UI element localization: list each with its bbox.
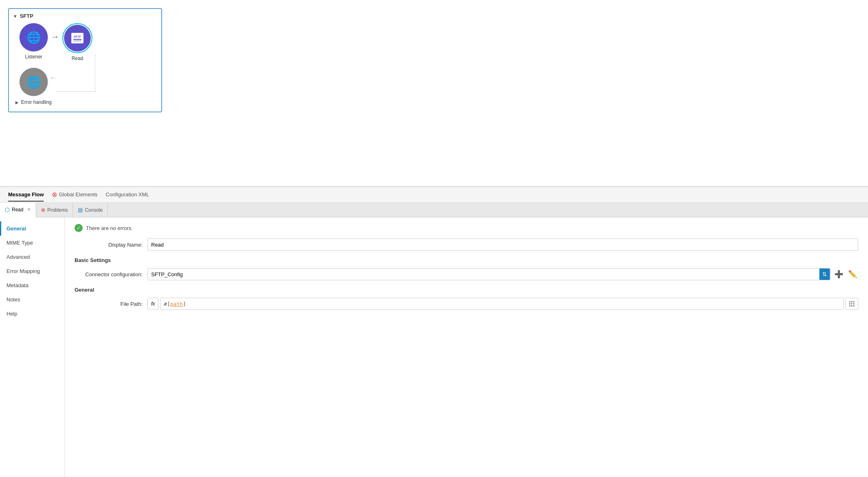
file-path-display[interactable]: #[ path ]: [160, 298, 844, 310]
sftp-text: SFTP: [74, 35, 81, 38]
svg-point-0: [849, 301, 851, 303]
sidebar-item-error-mapping[interactable]: Error Mapping: [0, 264, 64, 278]
add-config-button[interactable]: ➕: [833, 269, 844, 280]
panel-tabs-row: ⬡ Read ✕ ⊗ Problems ▤ Console: [0, 203, 868, 217]
read-tab-close[interactable]: ✕: [27, 207, 31, 212]
read-label: Read: [72, 56, 83, 61]
scatter-icon: [848, 300, 855, 307]
bottom-panel: General MIME Type Advanced Error Mapping…: [0, 217, 868, 477]
canvas-area: ▼ SFTP 🌐 Listener →: [0, 0, 868, 187]
general-section-title: General: [75, 287, 858, 293]
lower-globe-circle[interactable]: 🌐: [19, 68, 48, 96]
lower-globe-icon: 🌐: [27, 75, 41, 89]
sidebar: General MIME Type Advanced Error Mapping…: [0, 217, 65, 477]
file-path-label: File Path:: [75, 301, 148, 307]
flow-container: ▼ SFTP 🌐 Listener →: [8, 8, 162, 112]
tab-configuration-xml[interactable]: Configuration XML: [106, 188, 150, 202]
globe-icon: 🌐: [27, 31, 41, 44]
error-handling-row[interactable]: ▶ Error handling: [13, 96, 157, 105]
path-prefix: #[: [164, 301, 170, 307]
read-tab-icon: ⬡: [5, 206, 10, 213]
edit-icon: ✏️: [848, 270, 857, 279]
sidebar-item-help[interactable]: Help: [0, 307, 64, 321]
tab-bar: Message Flow ⊗ Global Elements Configura…: [0, 187, 868, 203]
plus-icon: ➕: [834, 270, 843, 279]
arrow-right: →: [51, 32, 59, 41]
svg-point-5: [853, 303, 855, 305]
tab-console[interactable]: ▤ Console: [73, 203, 108, 217]
svg-point-6: [849, 305, 851, 307]
sidebar-item-advanced[interactable]: Advanced: [0, 250, 64, 264]
svg-point-7: [851, 305, 853, 307]
problems-tab-icon: ⊗: [41, 207, 45, 213]
sidebar-item-metadata[interactable]: Metadata: [0, 278, 64, 292]
sidebar-item-mime-type[interactable]: MIME Type: [0, 236, 64, 250]
bottom-wrapper: ⬡ Read ✕ ⊗ Problems ▤ Console General: [0, 203, 868, 477]
connector-select[interactable]: SFTP_Config: [148, 268, 831, 280]
read-node[interactable]: SFTP Read: [62, 23, 92, 61]
listener-circle[interactable]: 🌐: [19, 23, 48, 52]
tab-read[interactable]: ⬡ Read ✕: [0, 203, 36, 217]
flow-title: ▼ SFTP: [13, 13, 157, 19]
error-arrow-icon: ▶: [15, 100, 19, 105]
fx-button[interactable]: fx: [148, 298, 158, 310]
connector-select-wrap: SFTP_Config ⇅: [148, 268, 831, 280]
connector-config-label: Connector configuration:: [75, 271, 148, 277]
display-name-row: Display Name:: [75, 238, 858, 251]
global-elements-error-icon: ⊗: [52, 191, 57, 198]
svg-point-1: [851, 301, 853, 303]
main-content-area: ✓ There are no errors. Display Name: Bas…: [65, 217, 868, 477]
path-suffix: ]: [183, 301, 186, 307]
file-path-row: File Path: fx #[ path ]: [75, 298, 858, 310]
connector-config-row: Connector configuration: SFTP_Config ⇅ ➕: [75, 268, 858, 280]
lower-globe-node[interactable]: 🌐: [19, 68, 48, 96]
flow-title-arrow: ▼: [13, 14, 17, 19]
read-circle-outer[interactable]: SFTP: [62, 23, 92, 53]
status-icon: ✓: [75, 224, 83, 232]
error-handling-label: Error handling: [21, 99, 51, 105]
status-bar: ✓ There are no errors.: [75, 224, 858, 232]
basic-settings-title: Basic Settings: [75, 257, 858, 263]
listener-label: Listener: [25, 54, 43, 60]
status-message: There are no errors.: [86, 225, 133, 231]
edit-config-button[interactable]: ✏️: [847, 269, 858, 280]
svg-point-8: [853, 305, 855, 307]
svg-point-2: [853, 301, 855, 303]
listener-node[interactable]: 🌐 Listener: [19, 23, 48, 60]
dashed-line-vertical: [95, 55, 95, 91]
fx-text: fx: [151, 301, 155, 307]
tab-global-elements[interactable]: ⊗ Global Elements: [52, 187, 97, 202]
main-container: ▼ SFTP 🌐 Listener →: [0, 0, 868, 477]
dashed-line-horizontal: [56, 91, 95, 92]
display-name-input[interactable]: [148, 238, 858, 251]
left-arrow-connector: ←: [49, 74, 57, 82]
svg-point-4: [851, 303, 853, 305]
console-tab-icon: ▤: [78, 207, 83, 213]
sidebar-item-general[interactable]: General: [0, 221, 64, 236]
display-name-label: Display Name:: [75, 242, 148, 248]
svg-point-3: [849, 303, 851, 305]
flow-title-text: SFTP: [20, 13, 33, 19]
read-circle-inner: SFTP: [64, 25, 91, 52]
tab-message-flow[interactable]: Message Flow: [8, 188, 44, 202]
path-value: path: [170, 301, 183, 307]
lower-node-row: 🌐 ←: [13, 68, 157, 96]
sftp-doc-icon: SFTP: [71, 33, 83, 43]
sidebar-item-notes[interactable]: Notes: [0, 292, 64, 307]
scatter-button[interactable]: [845, 298, 858, 310]
tab-problems[interactable]: ⊗ Problems: [36, 203, 73, 217]
